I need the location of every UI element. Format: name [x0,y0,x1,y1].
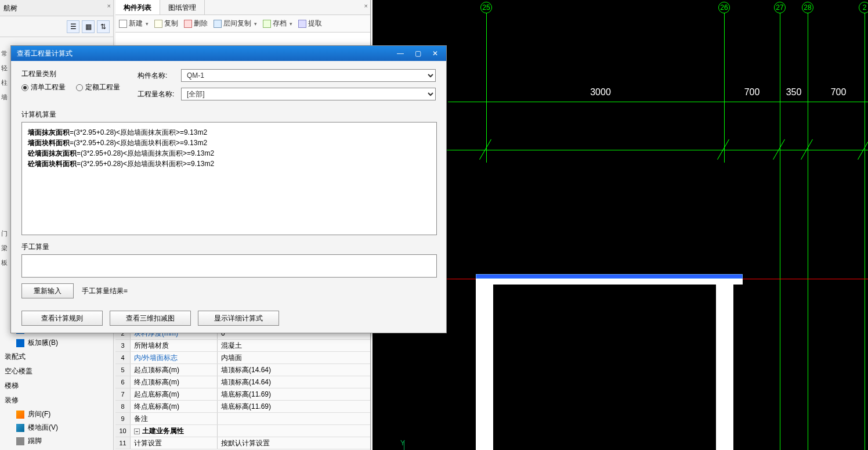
cat-letter[interactable]: 常 [0,49,8,58]
property-row[interactable]: 11 计算设置按默认计算设置 [115,437,370,449]
manual-result-label: 手工算量结果= [82,286,128,296]
tree-item-skirting[interactable]: 踢脚 [0,434,113,448]
grid-line [372,150,868,150]
tree-category[interactable]: 装配式 [0,350,113,364]
category-label: 工程量类别 [21,69,138,79]
property-value[interactable]: 墙底标高(11.69) [218,401,370,412]
component-name-select[interactable]: QM-1 [181,69,436,82]
grid-bubble: 26 [718,2,730,13]
btn-label: 删除 [194,19,208,28]
manual-input-box[interactable] [21,254,437,278]
archive-button[interactable]: 存档 [263,19,292,28]
property-row[interactable]: 10−土建业务属性 [115,425,370,437]
copy-button[interactable]: 复制 [154,19,178,28]
tree-item-label: 楼地面(V) [28,423,58,433]
view-rules-button[interactable]: 查看计算规则 [21,311,103,326]
property-row[interactable]: 8终点底标高(m)墙底标高(11.69) [115,401,370,413]
quantity-name-label: 工程量名称: [138,89,181,99]
property-value[interactable] [218,425,370,437]
row-index: 8 [115,401,131,412]
property-value[interactable]: 墙顶标高(14.64) [218,376,370,388]
extract-button[interactable]: 提取 [298,19,322,28]
property-row[interactable]: 4内/外墙面标志内墙面 [115,352,370,364]
view-3d-button[interactable]: 查看三维扣减图 [110,311,191,326]
row-index: 9 [115,413,131,424]
cat-letter[interactable]: 轻 [0,64,8,73]
selected-wall[interactable] [476,274,743,279]
property-row[interactable]: 5起点顶标高(m)墙顶标高(14.64) [115,364,370,376]
new-button[interactable]: 新建 [119,19,149,28]
row-index: 3 [115,340,131,351]
tree-item-label: 板加腋(B) [28,338,58,348]
radio-label: 清单工程量 [31,82,66,92]
property-row[interactable]: 3所附墙材质混凝土 [115,340,370,352]
grid-line [724,13,725,163]
calc-result-box[interactable]: 墙面抹灰面积=(3*2.95+0.28)<原始墙面抹灰面积>=9.13m2墙面块… [21,122,437,235]
property-value[interactable]: 混凝土 [218,340,370,351]
tree-item-haunch[interactable]: 板加腋(B) [0,336,113,350]
property-row[interactable]: 7起点底标高(m)墙底标高(11.69) [115,388,370,401]
nav-tree: 楼层板带(H) 板加腋(B) 装配式 空心楼盖 楼梯 装修 房间(F) 楼地面(… [0,321,113,450]
property-value[interactable] [218,413,370,424]
grid-bubble: 28 [802,2,813,13]
tree-category[interactable]: 空心楼盖 [0,364,113,379]
wall-element[interactable] [716,279,733,450]
close-button[interactable]: ✕ [426,46,444,61]
calc-line: 墙面抹灰面积=(3*2.95+0.28)<原始墙面抹灰面积>=9.13m2 [28,127,431,138]
close-icon[interactable]: × [364,2,368,9]
close-icon[interactable]: × [107,2,111,9]
quantity-name-select[interactable]: [全部] [181,88,436,100]
cad-viewport[interactable]: 2526272823000700350700Y [372,0,868,450]
property-value[interactable]: 按默认计算设置 [218,437,370,449]
wall-element[interactable] [476,279,493,450]
tab-component-list[interactable]: 构件列表 [115,0,160,15]
maximize-button[interactable]: ▢ [409,46,426,61]
property-row[interactable]: 6终点顶标高(m)墙顶标高(14.64) [115,376,370,388]
nav-toolbar: ☰ ▦ ⇅ [0,16,113,37]
tab-drawing-mgmt[interactable]: 图纸管理 [160,0,205,15]
wall-element[interactable] [476,279,743,285]
tree-item-floor[interactable]: 楼地面(V) [0,421,113,434]
axis-y-icon [404,441,404,450]
cat-letter[interactable]: 门 [0,229,8,238]
tree-item-room[interactable]: 房间(F) [0,408,113,421]
show-detail-button[interactable]: 显示详细计算式 [198,311,279,326]
radio-quota-qty[interactable]: 定额工程量 [76,82,120,92]
row-index: 11 [115,437,131,449]
tree-category[interactable]: 楼梯 [0,379,113,393]
list-icon[interactable]: ☰ [67,20,79,33]
row-index: 5 [115,364,131,376]
grid-icon[interactable]: ▦ [82,20,95,33]
cat-letter[interactable]: 板 [0,258,8,267]
cat-letter[interactable]: 墙 [0,93,8,102]
collapse-icon[interactable]: − [134,429,140,434]
btn-label: 存档 [273,19,287,28]
grid-line [780,13,780,450]
layer-copy-button[interactable]: 层间复制 [214,19,257,28]
row-index: 10 [115,425,131,437]
calc-line: 砼墙面抹灰面积=(3*2.95+0.28)<原始墙面抹灰面积>=9.13m2 [28,148,431,159]
radio-group: 清单工程量 定额工程量 [21,82,138,92]
copy-icon [154,20,162,28]
delete-button[interactable]: 删除 [184,19,208,28]
property-key: 起点底标高(m) [131,388,218,400]
calc-line: 砼墙面块料面积=(3*2.95+0.28)<原始墙面块料面积>=9.13m2 [28,159,431,169]
radio-icon [76,84,83,91]
property-value[interactable]: 内墙面 [218,352,370,363]
cat-letter[interactable]: 梁 [0,244,8,253]
dialog-title-bar[interactable]: 查看工程量计算式 — ▢ ✕ [11,46,446,61]
tree-category[interactable]: 装修 [0,393,113,408]
save-icon [263,20,271,28]
radio-list-qty[interactable]: 清单工程量 [21,82,66,92]
property-row[interactable]: 9备注 [115,413,370,425]
cat-letter[interactable]: 柱 [0,78,8,87]
sort-icon[interactable]: ⇅ [97,20,110,33]
minimize-button[interactable]: — [392,46,409,61]
reenter-button[interactable]: 重新输入 [21,283,74,298]
dimension-value: 3000 [590,87,611,98]
grid-number: 28 [802,2,813,13]
component-toolbar: 新建 复制 删除 层间复制 存档 提取 [115,15,370,33]
property-value[interactable]: 墙底标高(11.69) [218,388,370,400]
property-grid[interactable]: 2块料厚度(mm)03所附墙材质混凝土4内/外墙面标志内墙面5起点顶标高(m)墙… [115,327,370,450]
property-value[interactable]: 墙顶标高(14.64) [218,364,370,376]
